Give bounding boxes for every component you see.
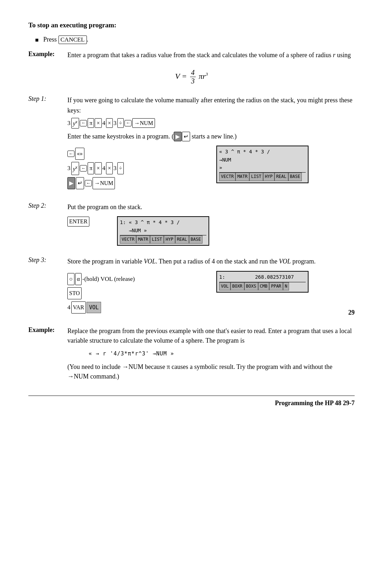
menu3-ppar[interactable]: PPAR: [269, 282, 283, 290]
left-key-c[interactable]: ←: [85, 180, 92, 186]
left-arrow-key2[interactable]: ←: [124, 120, 132, 126]
menu3-cmb[interactable]: CMB: [258, 282, 270, 290]
example1-text: Enter a program that takes a radius valu…: [67, 50, 355, 60]
yx-key[interactable]: yx: [71, 118, 79, 129]
dbl-chevron[interactable]: «»: [75, 148, 84, 160]
page-number-29: 29: [348, 309, 355, 316]
times-key1[interactable]: ×: [95, 118, 101, 128]
step2-block: Step 2: Put the program on the stack. EN…: [28, 202, 355, 250]
div-key2[interactable]: ÷: [117, 162, 124, 174]
step1-screen-col: « 3 ^ π * 4 * 3 / →NUM » VECTR MATR LIST…: [216, 146, 355, 183]
step3-two-col: ○ α-(hold) VOL (release) STO 4 VAR VOL 1…: [67, 271, 355, 316]
step1-keys-col: ← «» 3 yx ← π × 4 × 3 ÷: [67, 146, 206, 191]
screen1-menu: VECTR MATR LIST HYP REAL BASE: [219, 172, 306, 181]
calc-screen-2: 1: « 3 ^ π * 4 * 3 / →NUM » VECTR MATR L…: [117, 216, 209, 246]
step2-two-col: ENTER 1: « 3 ^ π * 4 * 3 / →NUM » VECTR …: [67, 216, 355, 246]
menu3-n[interactable]: N: [283, 282, 289, 290]
pi-key[interactable]: π: [88, 118, 94, 128]
menu2-base[interactable]: BASE: [189, 235, 203, 244]
menu-real[interactable]: REAL: [274, 173, 288, 181]
section-heading: To stop an executing program:: [28, 21, 355, 29]
step3-content: Store the program in variable VOL. Then …: [67, 256, 355, 320]
screen1-row1: « 3 ^ π * 4 * 3 /: [219, 148, 306, 156]
example2-label: Example:: [28, 326, 67, 381]
page-footer: Programming the HP 48 29-7: [28, 396, 355, 407]
pi-key2[interactable]: π: [88, 162, 94, 174]
example1-block: Example: Enter a program that takes a ra…: [28, 50, 355, 60]
left-arrow-key1[interactable]: ←: [80, 120, 87, 126]
calc-screen-3: 1: 268.082573107 VOL BOXR BOXS CMB PPAR …: [216, 271, 309, 293]
screen1-row3: »: [219, 164, 306, 172]
left-key-a[interactable]: ←: [67, 151, 74, 157]
step3-keys-row3: 4 VAR VOL: [67, 301, 206, 314]
vol-display[interactable]: VOL: [87, 302, 101, 313]
enter-key3[interactable]: ENTER: [67, 217, 89, 227]
menu3-vol[interactable]: VOL: [219, 282, 231, 290]
right-shift-key2[interactable]: ▶: [67, 177, 75, 189]
step3-keys-row1: ○ α-(hold) VOL (release): [67, 273, 206, 285]
times-key3[interactable]: ×: [95, 162, 101, 174]
times-key2[interactable]: ×: [106, 118, 113, 128]
sto-key[interactable]: STO: [67, 287, 82, 299]
menu-list[interactable]: LIST: [249, 173, 263, 181]
screen3-menu: VOL BOXR BOXS CMB PPAR N: [219, 282, 306, 290]
bullet-text: Press CANCEL.: [43, 36, 88, 44]
step1-content: If you were going to calculate the volum…: [67, 95, 355, 196]
left-key-b[interactable]: ←: [80, 165, 87, 172]
tonum-key2[interactable]: →NUM: [93, 177, 115, 189]
enter-key2[interactable]: ↵: [76, 177, 84, 189]
menu-base[interactable]: BASE: [288, 173, 302, 181]
menu2-real[interactable]: REAL: [175, 235, 189, 244]
step1-label: Step 1:: [28, 95, 67, 196]
bullet-icon: [35, 39, 38, 42]
step2-keys-col: ENTER: [67, 216, 106, 227]
screen2-row2: →NUM »: [120, 227, 206, 234]
example2-block: Example: Replace the program from the pr…: [28, 326, 355, 381]
circle-key[interactable]: ○: [67, 273, 74, 285]
step2-content: Put the program on the stack. ENTER 1: «…: [67, 202, 355, 250]
step1-note: Enter the same keystrokes in a program. …: [67, 131, 355, 142]
yx-key2[interactable]: yx: [71, 162, 79, 175]
step3-label: Step 3:: [28, 256, 67, 320]
step2-screen-col: 1: « 3 ^ π * 4 * 3 / →NUM » VECTR MATR L…: [117, 216, 355, 246]
keys-row1: ← «»: [67, 148, 206, 160]
menu-vectr[interactable]: VECTR: [219, 173, 235, 181]
example2-note: (You need to include →NUM because π caus…: [67, 362, 355, 381]
menu-hyp[interactable]: HYP: [263, 173, 274, 181]
menu2-list[interactable]: LIST: [150, 235, 164, 244]
program-display: « → r '4/3*π*r^3' →NUM »: [89, 350, 355, 358]
step3-keys-col: ○ α-(hold) VOL (release) STO 4 VAR VOL: [67, 271, 206, 316]
step1-text: If you were going to calculate the volum…: [67, 97, 353, 114]
times-key4[interactable]: ×: [106, 162, 113, 174]
step2-text: Put the program on the stack.: [67, 203, 142, 211]
step3-text: Store the program in variable VOL. Then …: [67, 258, 316, 265]
tonum-key[interactable]: →NUM: [132, 118, 155, 128]
right-shift-key[interactable]: ▶: [174, 132, 182, 142]
page-content: To stop an executing program: Press CANC…: [28, 21, 355, 381]
step1-keys: 3 yx ← π × 4 × 3 ÷ ← →NUM: [67, 118, 355, 129]
menu2-hyp[interactable]: HYP: [164, 235, 175, 244]
example2-text: Replace the program from the previous ex…: [67, 326, 355, 381]
screen2-row1: 1: « 3 ^ π * 4 * 3 /: [120, 218, 206, 226]
menu2-vectr[interactable]: VECTR: [120, 235, 136, 244]
example1-label: Example:: [28, 50, 67, 60]
alpha-key[interactable]: α: [75, 273, 82, 285]
var-key[interactable]: VAR: [71, 301, 86, 314]
screen1-row2: →NUM: [219, 156, 306, 164]
keys-row3: ▶ ↵ ← →NUM: [67, 177, 206, 189]
step3-keys-row2: STO: [67, 287, 206, 299]
bullet-press-cancel: Press CANCEL.: [35, 36, 355, 44]
cancel-key[interactable]: CANCEL: [59, 36, 87, 44]
menu-matr[interactable]: MATR: [235, 173, 249, 181]
menu3-boxs[interactable]: BOXS: [244, 282, 258, 290]
screen3-row1: 1: 268.082573107: [219, 273, 306, 281]
menu3-boxr[interactable]: BOXR: [231, 282, 244, 290]
enter-key-inline[interactable]: ↵: [182, 132, 190, 142]
step3-block: Step 3: Store the program in variable VO…: [28, 256, 355, 320]
keys-row2: 3 yx ← π × 4 × 3 ÷: [67, 162, 206, 175]
divide-key[interactable]: ÷: [117, 118, 124, 128]
step3-screen-col: 1: 268.082573107 VOL BOXR BOXS CMB PPAR …: [216, 271, 355, 293]
step1-block: Step 1: If you were going to calculate t…: [28, 95, 355, 196]
calc-screen-1: « 3 ^ π * 4 * 3 / →NUM » VECTR MATR LIST…: [216, 146, 309, 183]
menu2-matr[interactable]: MATR: [136, 235, 150, 244]
